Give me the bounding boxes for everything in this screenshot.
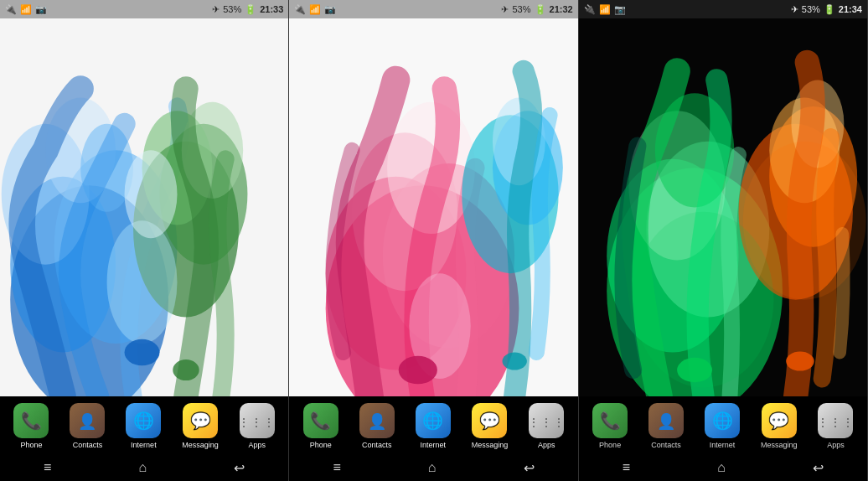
status-bar-left-icons: 🔌 📶 📷: [5, 4, 47, 15]
dock-item-phone-1[interactable]: Phone: [13, 403, 49, 449]
camera-icon-3: 📷: [614, 4, 626, 15]
apps-icon-1[interactable]: [240, 403, 275, 438]
contacts-symbol-3: [657, 410, 675, 432]
apps-symbol-3: [818, 410, 853, 432]
time-2: 21:32: [550, 4, 573, 14]
battery-icon-1: 🔋: [245, 4, 256, 15]
dock-2: Phone Contacts Internet Messaging: [289, 396, 577, 454]
dock-icons-2: Phone Contacts Internet Messaging: [292, 403, 574, 449]
dock-item-phone-2[interactable]: Phone: [303, 403, 338, 449]
nav-bar-3: [579, 454, 867, 481]
dock-item-apps-2[interactable]: Apps: [529, 403, 564, 449]
dock-item-contacts-2[interactable]: Contacts: [359, 403, 395, 449]
time-3: 21:34: [839, 4, 862, 14]
home-button-3[interactable]: [707, 457, 736, 478]
svg-point-12: [125, 339, 160, 365]
sim-icon-3: 📶: [599, 4, 611, 15]
battery-text-1: 53%: [223, 4, 241, 14]
svg-point-37: [677, 358, 712, 382]
messaging-icon-3[interactable]: [762, 403, 797, 438]
svg-point-36: [742, 142, 865, 300]
contacts-icon-3[interactable]: [648, 403, 684, 438]
internet-label-2: Internet: [420, 441, 446, 449]
internet-label-1: Internet: [131, 441, 157, 449]
phone-screen-3: 🔌 📶 📷 ✈ 53% 🔋 21:34: [579, 0, 868, 481]
camera-icon: 📷: [35, 4, 47, 15]
contacts-label-2: Contacts: [362, 441, 392, 449]
dock-icons-1: Phone Contacts Internet Messaging: [3, 403, 285, 449]
camera-icon-2: 📷: [324, 4, 336, 15]
home-button-2[interactable]: [418, 457, 447, 478]
dock-1: Phone Contacts Internet Messaging: [0, 396, 288, 454]
contacts-icon-2[interactable]: [359, 403, 395, 438]
dock-item-contacts-3[interactable]: Contacts: [648, 403, 684, 449]
svg-point-11: [125, 150, 178, 238]
home-button-1[interactable]: [128, 457, 157, 478]
messaging-label-2: Messaging: [472, 441, 509, 449]
airplane-icon-3: ✈: [791, 4, 798, 15]
battery-text-3: 53%: [802, 4, 820, 14]
internet-symbol-3: [712, 410, 733, 432]
messaging-label-1: Messaging: [182, 441, 219, 449]
phone-screen-1: 🔌 📶 📷 ✈ 53% 🔋 21:33: [0, 0, 289, 481]
dock-item-messaging-2[interactable]: Messaging: [472, 403, 509, 449]
dock-item-messaging-3[interactable]: Messaging: [761, 403, 798, 449]
menu-button-2[interactable]: [323, 457, 350, 478]
time-1: 21:33: [260, 4, 283, 14]
nav-bar-2: [289, 454, 577, 481]
contacts-icon-1[interactable]: [70, 403, 105, 438]
phone-icon-3[interactable]: [592, 403, 628, 438]
phone-symbol-3: [600, 410, 621, 432]
back-button-1[interactable]: [224, 457, 255, 479]
phone-icon-2[interactable]: [303, 403, 338, 438]
messaging-symbol-2: [479, 410, 500, 432]
svg-point-10: [107, 220, 178, 344]
dock-item-internet-3[interactable]: Internet: [705, 403, 740, 449]
phone-symbol-2: [310, 410, 331, 432]
internet-icon-1[interactable]: [126, 403, 161, 438]
battery-text-2: 53%: [512, 4, 530, 14]
apps-symbol-1: [240, 410, 275, 432]
messaging-icon-2[interactable]: [472, 403, 507, 438]
status-bar-2: 🔌 📶 📷 ✈ 53% 🔋 21:32: [289, 0, 577, 18]
airplane-icon-2: ✈: [501, 4, 509, 15]
contacts-label-1: Contacts: [73, 441, 103, 449]
dock-item-apps-1[interactable]: Apps: [240, 403, 275, 449]
phone-icon-1[interactable]: [13, 403, 49, 438]
phone-screen-2: 🔌 📶 📷 ✈ 53% 🔋 21:32: [289, 0, 578, 481]
dock-item-phone-3[interactable]: Phone: [592, 403, 628, 449]
status-bar-left-icons-2: 🔌 📶 📷: [294, 4, 336, 15]
wallpaper-1: [0, 18, 288, 396]
svg-point-38: [786, 352, 814, 371]
apps-label-2: Apps: [538, 441, 555, 449]
status-bar-right: ✈ 53% 🔋 21:33: [212, 4, 283, 15]
battery-icon-3: 🔋: [824, 4, 835, 15]
messaging-symbol-1: [190, 410, 211, 432]
apps-label-3: Apps: [827, 441, 845, 449]
status-bar-1: 🔌 📶 📷 ✈ 53% 🔋 21:33: [0, 0, 288, 18]
messaging-icon-1[interactable]: [183, 403, 218, 438]
menu-button-3[interactable]: [612, 457, 640, 478]
dock-item-apps-3[interactable]: Apps: [818, 403, 853, 449]
dock-item-messaging-1[interactable]: Messaging: [182, 403, 219, 449]
status-bar-right-2: ✈ 53% 🔋 21:32: [501, 4, 572, 15]
status-bar-right-3: ✈ 53% 🔋 21:34: [791, 4, 862, 15]
airplane-icon-1: ✈: [212, 4, 220, 15]
phone-label-3: Phone: [599, 441, 621, 449]
internet-icon-2[interactable]: [416, 403, 451, 438]
dock-item-internet-2[interactable]: Internet: [416, 403, 451, 449]
apps-icon-3[interactable]: [818, 403, 853, 438]
messaging-symbol-3: [768, 410, 789, 432]
nav-bar-1: [0, 454, 288, 481]
back-button-3[interactable]: [803, 457, 834, 479]
internet-icon-3[interactable]: [705, 403, 740, 438]
back-button-2[interactable]: [514, 457, 545, 479]
phone-label-1: Phone: [20, 441, 42, 449]
menu-button-1[interactable]: [34, 457, 61, 478]
apps-icon-2[interactable]: [529, 403, 564, 438]
apps-label-1: Apps: [249, 441, 266, 449]
contacts-symbol-2: [368, 410, 386, 432]
dock-item-internet-1[interactable]: Internet: [126, 403, 161, 449]
dock-item-contacts-1[interactable]: Contacts: [70, 403, 105, 449]
dock-icons-3: Phone Contacts Internet Messaging: [582, 403, 864, 449]
